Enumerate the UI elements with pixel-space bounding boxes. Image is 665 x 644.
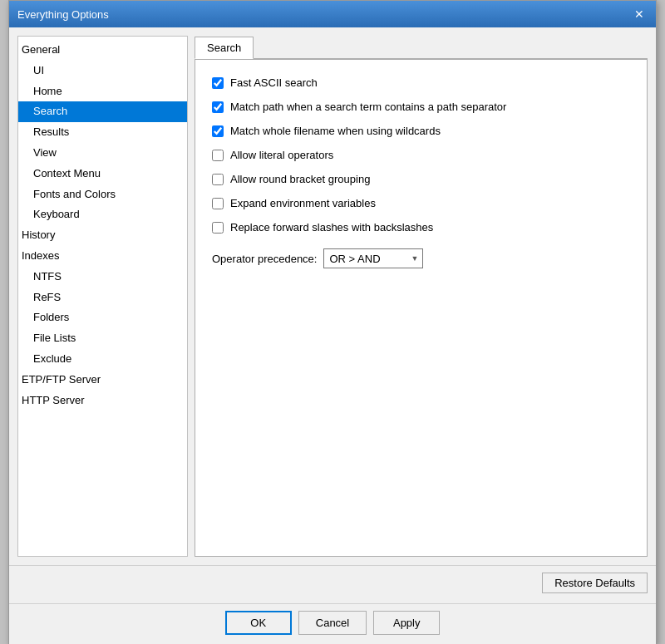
dialog-buttons: OK Cancel Apply	[9, 603, 656, 644]
right-panel-wrapper: Search Fast ASCII searchMatch path when …	[195, 36, 648, 557]
option-row-expand-env: Expand environment variables	[212, 197, 630, 209]
sidebar-item-indexes[interactable]: Indexes	[18, 246, 187, 267]
ok-button[interactable]: OK	[225, 611, 292, 635]
checkbox-replace-slashes[interactable]	[212, 222, 224, 234]
option-row-fast-ascii: Fast ASCII search	[212, 76, 630, 89]
tab-search[interactable]: Search	[195, 37, 254, 59]
window-title: Everything Options	[17, 8, 109, 21]
cancel-button[interactable]: Cancel	[298, 611, 367, 635]
tab-bar: Search	[195, 36, 648, 59]
bottom-area: Restore Defaults	[9, 565, 656, 603]
operator-select-wrapper: OR > ANDAND > OR	[323, 248, 423, 268]
label-allow-literal: Allow literal operators	[230, 149, 333, 161]
sidebar-item-file-lists[interactable]: File Lists	[18, 328, 187, 349]
sidebar-item-general[interactable]: General	[18, 40, 187, 61]
content-area: GeneralUIHomeSearchResultsViewContext Me…	[9, 27, 656, 565]
label-expand-env: Expand environment variables	[230, 197, 376, 209]
option-row-allow-round: Allow round bracket grouping	[212, 173, 630, 185]
apply-button[interactable]: Apply	[373, 611, 440, 635]
operator-precedence-label: Operator precedence:	[212, 253, 317, 265]
option-row-allow-literal: Allow literal operators	[212, 149, 630, 161]
operator-precedence-select[interactable]: OR > ANDAND > OR	[323, 248, 423, 268]
sidebar-item-exclude[interactable]: Exclude	[18, 349, 187, 370]
sidebar-item-http[interactable]: HTTP Server	[18, 391, 187, 411]
title-bar: Everything Options ✕	[9, 1, 656, 27]
checkbox-match-path[interactable]	[212, 101, 224, 113]
sidebar-item-home[interactable]: Home	[18, 81, 187, 102]
sidebar-item-fonts-colors[interactable]: Fonts and Colors	[18, 184, 187, 205]
everything-options-dialog: Everything Options ✕ GeneralUIHomeSearch…	[8, 0, 657, 644]
checkbox-allow-literal[interactable]	[212, 150, 224, 161]
option-row-match-whole: Match whole filename when using wildcard…	[212, 125, 630, 137]
close-button[interactable]: ✕	[631, 6, 648, 22]
panel-content: Fast ASCII searchMatch path when a searc…	[195, 59, 648, 557]
sidebar-item-search[interactable]: Search	[18, 101, 187, 122]
label-match-whole: Match whole filename when using wildcard…	[230, 125, 441, 137]
checkbox-allow-round[interactable]	[212, 174, 224, 185]
option-row-match-path: Match path when a search term contains a…	[212, 101, 630, 113]
restore-defaults-button[interactable]: Restore Defaults	[542, 573, 648, 593]
label-match-path: Match path when a search term contains a…	[230, 101, 506, 113]
label-allow-round: Allow round bracket grouping	[230, 173, 370, 185]
sidebar-item-ui[interactable]: UI	[18, 61, 187, 81]
sidebar-item-view[interactable]: View	[18, 143, 187, 164]
checkbox-match-whole[interactable]	[212, 125, 224, 137]
window-body: GeneralUIHomeSearchResultsViewContext Me…	[9, 27, 656, 644]
checkbox-fast-ascii[interactable]	[212, 77, 224, 89]
label-fast-ascii: Fast ASCII search	[230, 76, 318, 89]
sidebar-item-context-menu[interactable]: Context Menu	[18, 164, 187, 184]
sidebar-item-results[interactable]: Results	[18, 122, 187, 143]
checkbox-expand-env[interactable]	[212, 198, 224, 209]
option-row-replace-slashes: Replace forward slashes with backslashes	[212, 221, 630, 234]
operator-precedence-row: Operator precedence:OR > ANDAND > OR	[212, 248, 630, 268]
label-replace-slashes: Replace forward slashes with backslashes	[230, 221, 433, 234]
sidebar-item-folders[interactable]: Folders	[18, 307, 187, 328]
sidebar-item-refs[interactable]: ReFS	[18, 288, 187, 308]
sidebar: GeneralUIHomeSearchResultsViewContext Me…	[17, 36, 188, 557]
sidebar-item-keyboard[interactable]: Keyboard	[18, 204, 187, 225]
sidebar-item-history[interactable]: History	[18, 225, 187, 246]
sidebar-item-ntfs[interactable]: NTFS	[18, 267, 187, 288]
sidebar-item-etp-ftp[interactable]: ETP/FTP Server	[18, 370, 187, 391]
